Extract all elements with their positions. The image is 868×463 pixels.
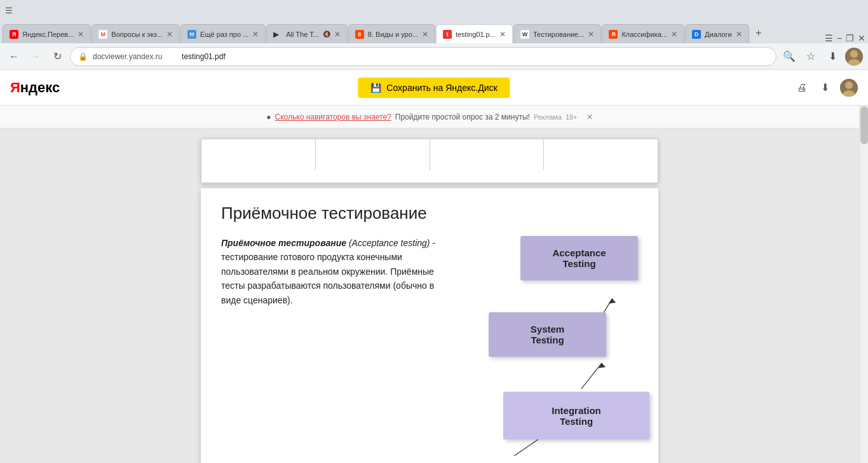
tab-label-5: 8. Виды и уро...	[368, 31, 418, 38]
tab-favicon-5: 8	[355, 30, 364, 39]
tab-close-2[interactable]: ✕	[166, 30, 173, 39]
reload-button[interactable]: ↻	[48, 48, 66, 66]
tab-dialogi[interactable]: D Диалоги ✕	[685, 24, 749, 43]
tab-eshe-raz[interactable]: Н Ещё раз про ... ✕	[180, 24, 266, 43]
tab-label-8: Классифика...	[621, 31, 667, 38]
tab-favicon-2: M	[98, 30, 107, 39]
tab-muted-icon-4[interactable]: 🔇	[323, 31, 330, 38]
download-indicator[interactable]: ⬇	[824, 48, 841, 66]
download-button[interactable]: ⬇	[817, 80, 832, 95]
pdf-main-page: Приёмочное тестирование Приёмочное тести…	[201, 188, 658, 463]
back-button[interactable]: ←	[5, 48, 23, 66]
term-bold-italic: Приёмочное тестирование	[221, 238, 346, 248]
tab-yandex-perevod[interactable]: Я Яндекс.Перев... ✕	[3, 24, 91, 43]
acceptance-testing-box: Acceptance Testing	[520, 236, 638, 280]
forward-button[interactable]: →	[27, 48, 44, 66]
tab-klassifikatsia[interactable]: Я Классифика... ✕	[602, 24, 684, 43]
page-scrollbar[interactable]	[859, 106, 868, 463]
close-button[interactable]: ✕	[858, 33, 865, 43]
ad-close-button[interactable]: ✕	[587, 113, 593, 121]
nav-bar: ← → ↻ 🔒 docviewer.yandex.ru testing01.pd…	[0, 43, 868, 70]
secure-icon: 🔒	[78, 52, 88, 61]
tab-label-1: Яндекс.Перев...	[22, 31, 74, 38]
tab-vidy-urovni[interactable]: 8 8. Виды и уро... ✕	[348, 24, 435, 43]
ad-bullet: ●	[266, 113, 271, 121]
description-text: Приёмочное тестирование (Acceptance test…	[221, 236, 437, 307]
table-fragment	[201, 139, 658, 170]
tab-close-7[interactable]: ✕	[588, 30, 594, 39]
system-testing-label: System Testing	[531, 324, 564, 345]
tab-favicon-1: Я	[10, 30, 18, 39]
svg-point-1	[850, 50, 858, 58]
testing-pyramid-diagram: Acceptance Testing System Testing	[452, 236, 638, 463]
tab-close-4[interactable]: ✕	[334, 30, 341, 39]
table-cell-4	[544, 139, 658, 170]
tab-favicon-9: D	[692, 30, 701, 39]
svg-marker-11	[609, 298, 616, 303]
address-bar[interactable]: 🔒 docviewer.yandex.ru testing01.pdf	[70, 47, 776, 66]
browser-menu-icon[interactable]: ☰	[825, 33, 833, 43]
minimize-button[interactable]: −	[837, 33, 842, 43]
tab-favicon-6: t	[443, 30, 452, 39]
tab-label-7: Тестирование...	[533, 31, 584, 38]
tab-close-9[interactable]: ✕	[736, 30, 742, 39]
new-tab-button[interactable]: +	[750, 24, 768, 42]
nav-actions: 🔍 ☆ ⬇	[780, 48, 863, 66]
address-path: testing01.pdf	[182, 52, 226, 61]
system-testing-box: System Testing	[489, 312, 606, 357]
term-italic: (Acceptance testing)	[349, 238, 430, 248]
tab-label-3: Ещё раз про ...	[200, 31, 248, 38]
table-cell-2	[316, 139, 430, 170]
header-profile-avatar[interactable]	[840, 79, 858, 97]
yandex-logo[interactable]: Яндекс	[10, 79, 60, 96]
pdf-page-content: Приёмочное тестирование Приёмочное тести…	[201, 188, 658, 463]
tab-close-3[interactable]: ✕	[252, 30, 259, 39]
tab-favicon-7: W	[520, 30, 529, 39]
svg-marker-9	[599, 363, 606, 368]
scrollbar-thumb[interactable]	[860, 106, 868, 144]
ad-age: 18+	[566, 113, 578, 121]
tab-testirovanie[interactable]: W Тестирование... ✕	[513, 24, 601, 43]
pdf-container: Приёмочное тестирование Приёмочное тести…	[0, 128, 859, 463]
tab-gmail[interactable]: M Вопросы к экз... ✕	[92, 24, 180, 43]
tab-close-8[interactable]: ✕	[671, 30, 677, 39]
table-cell-1	[201, 139, 316, 170]
save-icon: 💾	[370, 83, 381, 93]
tabs-bar: Я Яндекс.Перев... ✕ M Вопросы к экз... ✕…	[0, 20, 868, 43]
address-domain: docviewer.yandex.ru	[93, 52, 162, 61]
tab-close-1[interactable]: ✕	[78, 30, 84, 39]
integration-testing-label: Integration Testing	[552, 405, 601, 427]
title-bar: ☰	[0, 0, 868, 20]
ad-link[interactable]: Сколько навигаторов вы знаете?	[275, 113, 391, 121]
print-button[interactable]: 🖨	[794, 80, 810, 95]
tab-label-2: Вопросы к экз...	[111, 31, 163, 38]
svg-point-4	[845, 81, 853, 89]
pdf-page-top	[201, 139, 658, 183]
tab-label-6: testing01.p...	[456, 31, 496, 38]
tab-favicon-3: Н	[187, 30, 196, 39]
maximize-button[interactable]: ❐	[846, 33, 854, 43]
search-button[interactable]: 🔍	[780, 48, 798, 66]
address-separator	[170, 52, 174, 61]
bookmark-icon[interactable]: ☆	[802, 48, 820, 66]
table-cell-3	[430, 139, 545, 170]
tab-close-6[interactable]: ✕	[499, 30, 506, 39]
profile-avatar[interactable]	[845, 48, 863, 66]
tab-testing01[interactable]: t testing01.p... ✕	[436, 24, 513, 43]
integration-testing-box: Integration Testing	[503, 392, 649, 439]
window-menu-icon[interactable]: ☰	[5, 6, 13, 15]
tab-all-the[interactable]: ▶ All The T... 🔇 ✕	[266, 24, 348, 43]
yandex-page-header: Яндекс 💾 Сохранить на Яндекс.Диск 🖨 ⬇	[0, 70, 868, 106]
save-to-disk-button[interactable]: 💾 Сохранить на Яндекс.Диск	[358, 78, 510, 98]
tab-close-5[interactable]: ✕	[422, 30, 428, 39]
ad-description: Пройдите простой опрос за 2 минуты!	[395, 113, 530, 121]
header-actions: 🖨 ⬇	[794, 79, 858, 97]
content-row: Приёмочное тестирование (Acceptance test…	[221, 236, 638, 463]
save-btn-label: Сохранить на Яндекс.Диск	[386, 83, 497, 93]
tab-label-4: All The T...	[286, 31, 319, 38]
tab-favicon-8: Я	[609, 30, 618, 39]
svg-line-8	[581, 363, 602, 389]
tab-favicon-4: ▶	[273, 30, 282, 39]
tab-label-9: Диалоги	[705, 31, 732, 38]
ad-bar: ● Сколько навигаторов вы знаете? Пройдит…	[0, 106, 859, 128]
